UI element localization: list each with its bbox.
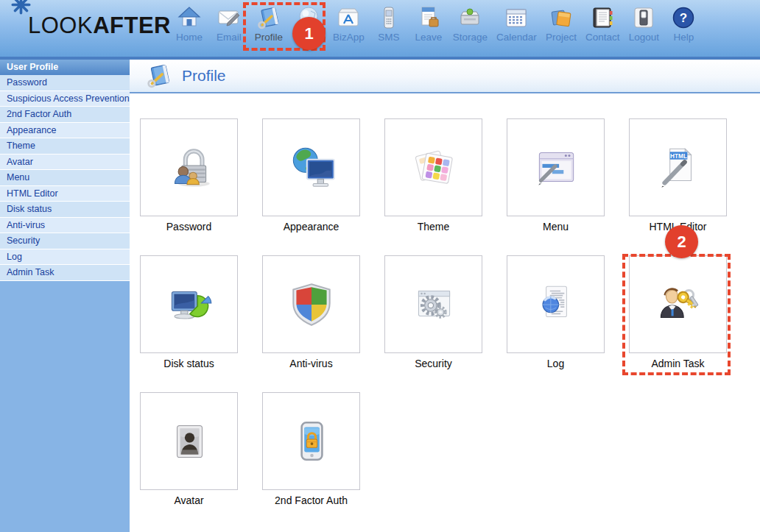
sidebar-item-avatar[interactable]: Avatar: [0, 155, 130, 171]
sidebar-item-appearance[interactable]: Appearance: [0, 123, 130, 139]
profile-book-wrench-icon: [256, 5, 281, 30]
nav-item-home[interactable]: Home: [174, 5, 205, 43]
nav-item-profile[interactable]: Profile: [253, 5, 284, 43]
top-navigation-bar: LOOKAFTER Home Email Profile Admin BizAp…: [0, 0, 760, 60]
nav-label: Calendar: [496, 32, 537, 43]
tile-appearance-button[interactable]: [262, 118, 360, 216]
nav-label: BizApp: [333, 32, 365, 43]
tile-avatar: Avatar: [140, 392, 238, 506]
main-content: Profile Password Appearance Theme: [130, 60, 760, 532]
photo-silhouette-icon: [163, 415, 216, 468]
tile-menu-button[interactable]: [507, 118, 605, 216]
sidebar-item-suspicious-access-prevention[interactable]: Suspicious Access Prevention: [0, 91, 130, 107]
tile-label[interactable]: Menu: [507, 221, 605, 233]
tile-log-button[interactable]: [507, 255, 605, 353]
nav-label: Email: [217, 32, 242, 43]
tile-2nd-factor-auth-button[interactable]: [262, 392, 360, 490]
tile-label[interactable]: 2nd Factor Auth: [262, 494, 360, 506]
admin-sphere-icon: [296, 5, 321, 30]
page-header: Profile: [130, 60, 760, 93]
tile-menu: Menu: [507, 118, 605, 233]
project-folders-icon: [549, 5, 574, 30]
tile-row-1: Password Appearance Theme Menu: [140, 118, 760, 233]
sidebar-item-log[interactable]: Log: [0, 249, 130, 266]
nav-item-admin[interactable]: Admin: [293, 5, 324, 43]
mobile-phone-icon: [376, 5, 401, 30]
tile-label[interactable]: Password: [140, 221, 238, 233]
tile-label[interactable]: HTML Editor: [629, 221, 727, 233]
nav-item-project[interactable]: Project: [546, 5, 577, 43]
email-icon: [217, 5, 242, 30]
help-question-icon: ?: [671, 5, 696, 30]
tile-row-3: Avatar 2nd Factor Auth: [140, 392, 760, 506]
tile-row-2: Disk status Anti-virus Security Log: [140, 255, 760, 369]
color-palette-grid-icon: [407, 141, 460, 194]
page-title: Profile: [182, 67, 226, 85]
logout-switch-icon: [631, 5, 656, 30]
lookafter-app: { "topbar": { "logo": {"prefix": "LOOK",…: [0, 0, 760, 532]
sidebar-item-disk-status[interactable]: Disk status: [0, 202, 130, 218]
tile-label[interactable]: Appearance: [262, 221, 360, 233]
nav-item-storage[interactable]: Storage: [453, 5, 488, 43]
nav-label: Project: [546, 32, 577, 43]
tile-theme: Theme: [384, 118, 482, 233]
sidebar-item-menu[interactable]: Menu: [0, 170, 130, 186]
storage-drive-icon: [457, 5, 482, 30]
tile-2nd-factor-auth: 2nd Factor Auth: [262, 392, 360, 506]
tile-label[interactable]: Admin Task: [629, 358, 727, 369]
address-book-icon: [590, 5, 615, 30]
svg-text:?: ?: [680, 11, 687, 25]
tile-avatar-button[interactable]: [140, 392, 238, 490]
tile-label[interactable]: Log: [507, 358, 605, 369]
sidebar-item-admin-task[interactable]: Admin Task: [0, 265, 130, 281]
nav-item-bizapp[interactable]: BizApp: [333, 5, 365, 43]
calendar-icon: [504, 5, 529, 30]
nav-label: Home: [176, 32, 203, 43]
tile-label[interactable]: Anti-virus: [262, 358, 360, 369]
sidebar-item-security[interactable]: Security: [0, 233, 130, 249]
tile-label[interactable]: Avatar: [140, 494, 238, 506]
lookafter-logo: LOOKAFTER: [28, 13, 164, 39]
html-document-pencil-icon: HTML: [652, 141, 705, 194]
tile-anti-virus: Anti-virus: [262, 255, 360, 369]
sidebar-item-2nd-factor-auth[interactable]: 2nd Factor Auth: [0, 107, 130, 123]
sidebar-item-theme[interactable]: Theme: [0, 138, 130, 155]
tile-admin-task: Admin Task: [629, 255, 727, 369]
nav-item-contact[interactable]: Contact: [585, 5, 620, 43]
tile-anti-virus-button[interactable]: [262, 255, 360, 353]
tile-label[interactable]: Security: [384, 358, 482, 369]
nav-item-leave[interactable]: Leave: [413, 5, 444, 43]
tile-admin-task-button[interactable]: [629, 255, 727, 353]
tile-label[interactable]: Disk status: [140, 358, 238, 369]
tile-theme-button[interactable]: [384, 118, 482, 216]
nav-label: Help: [674, 32, 694, 43]
tile-security-button[interactable]: [384, 255, 482, 353]
sidebar-header: User Profile: [0, 60, 130, 75]
nav-item-email[interactable]: Email: [214, 5, 244, 43]
bizapp-box-icon: [336, 5, 361, 30]
sidebar-item-anti-virus[interactable]: Anti-virus: [0, 218, 130, 234]
nav-label: Leave: [415, 32, 442, 43]
tile-appearance: Appearance: [262, 118, 360, 233]
tile-disk-status-button[interactable]: [140, 255, 238, 353]
nav-item-logout[interactable]: Logout: [628, 5, 659, 43]
sidebar-item-html-editor[interactable]: HTML Editor: [0, 186, 130, 202]
tile-password: Password: [140, 118, 238, 233]
nav-label: Storage: [453, 32, 488, 43]
nav-item-sms[interactable]: SMS: [373, 5, 404, 43]
nav-item-help[interactable]: ? Help: [668, 5, 699, 43]
tile-label[interactable]: Theme: [384, 221, 482, 233]
sidebar-item-password[interactable]: Password: [0, 75, 130, 91]
logo-text-bold: AFTER: [93, 13, 171, 38]
shield-quadrants-icon: [285, 278, 338, 331]
profile-page-icon: [146, 63, 172, 89]
tile-password-button[interactable]: [140, 118, 238, 216]
monitor-pie-chart-icon: [163, 278, 216, 331]
tile-html-editor-button[interactable]: HTML: [629, 118, 727, 216]
svg-text:HTML: HTML: [670, 152, 687, 159]
nav-item-calendar[interactable]: Calendar: [496, 5, 537, 43]
window-menu-pencil-icon: [529, 141, 583, 194]
leave-document-briefcase-icon: [416, 5, 441, 30]
nav-label: Admin: [295, 32, 323, 43]
tile-html-editor: HTML HTML Editor: [629, 118, 727, 233]
